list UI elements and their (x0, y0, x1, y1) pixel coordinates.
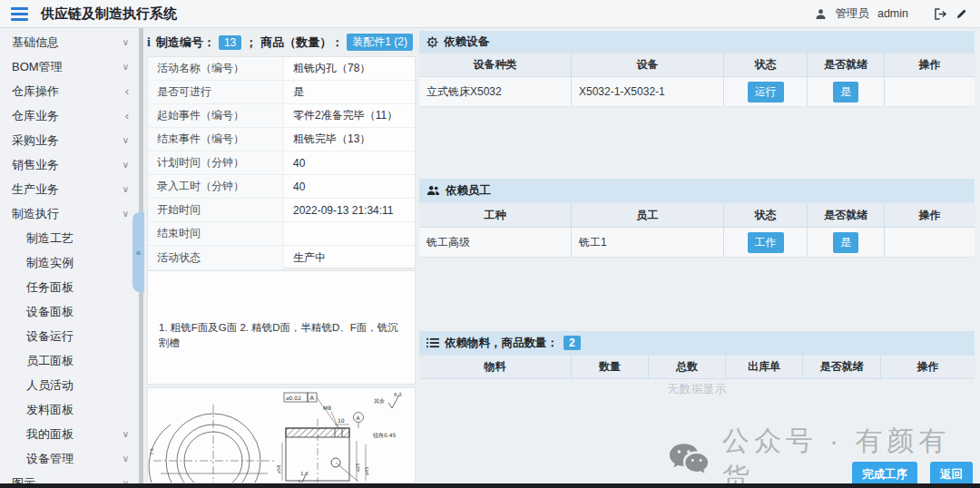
material-section-header: 依赖物料，商品数量： 2 (419, 331, 975, 355)
sidebar-collapse-handle[interactable]: « (132, 212, 144, 292)
user-role[interactable]: 管理员 (835, 6, 869, 22)
col-header: 设备 (572, 54, 724, 76)
employee-section-header: 依赖员工 (419, 179, 975, 202)
col-header: 数量 (572, 356, 649, 378)
logout-icon[interactable] (934, 8, 947, 20)
sidebar-item-label: 销售业务 (12, 157, 59, 173)
sidebar-item-production[interactable]: 生产业务 (0, 177, 139, 201)
separator: ； (245, 34, 257, 51)
sidebar-item-instance[interactable]: 制造实例 (0, 250, 139, 275)
sidebar-item-label: BOM管理 (12, 59, 63, 75)
col-header: 总数 (649, 356, 726, 378)
field-label: 录入工时（分钟） (148, 175, 284, 198)
col-header: 是否就绪 (803, 356, 881, 378)
sidebar-item-warehouse-ops[interactable]: 仓库操作 (0, 79, 139, 103)
drawing-dia-left: ⌀58 (276, 465, 281, 473)
sidebar-item-label: 员工面板 (26, 353, 74, 369)
chevron-down-icon (122, 430, 129, 439)
product-qty-badge: 装配件1 (2) (347, 34, 413, 51)
chevron-down-icon (122, 38, 129, 47)
form-row: 录入工时（分钟）40 (148, 175, 415, 199)
material-qty-badge: 2 (564, 336, 581, 350)
employee-kind-cell: 铣工高级 (419, 228, 572, 257)
sidebar-item-label: 制造工艺 (26, 230, 74, 247)
process-note: 1. 粗铣F面及G面 2. 精铣D面，半精铣D、F面，铣沉割槽 (147, 270, 416, 385)
field-value: 40 (284, 175, 415, 198)
sidebar-item-device-mgmt[interactable]: 设备管理 (0, 446, 139, 471)
drawing-edge-note: 锐角0.45 (372, 432, 397, 439)
sidebar-item-manufacturing-exec[interactable]: 制造执行 (0, 201, 139, 226)
sidebar-item-my-panel[interactable]: 我的面板 (0, 422, 139, 446)
equipment-kind-cell: 立式铣床X5032 (419, 77, 572, 106)
form-row: 是否可进行是 (148, 81, 415, 104)
employee-action-cell (885, 228, 975, 257)
edit-pen-icon[interactable] (956, 8, 967, 20)
col-header: 操作 (881, 356, 975, 378)
status-badge: 工作 (748, 232, 784, 253)
sidebar-item-purchase[interactable]: 采购业务 (0, 128, 139, 152)
employee-table-header: 工种 员工 状态 是否就绪 操作 (419, 202, 975, 228)
equipment-device-cell: X5032-1-X5032-1 (572, 77, 724, 106)
field-label: 开始时间 (148, 199, 284, 221)
sidebar-item-label: 我的面板 (26, 426, 74, 443)
sidebar-item-task-panel[interactable]: 任务面板 (0, 275, 139, 299)
field-label: 结束时间 (148, 222, 284, 245)
sidebar-item-material-panel[interactable]: 发料面板 (0, 397, 139, 422)
form-row: 起始事件（编号）零件2准备完毕（11） (148, 104, 415, 128)
field-value: 粗铣内孔（78） (284, 57, 415, 80)
equipment-section-title: 依赖设备 (444, 34, 489, 50)
col-header: 操作 (885, 54, 975, 76)
sidebar-item-staff-panel[interactable]: 员工面板 (0, 348, 139, 373)
field-value: 零件2准备完毕（11） (284, 104, 415, 127)
form-row: 活动状态生产中 (148, 246, 415, 269)
sidebar-item-label: 基础信息 (12, 34, 59, 51)
col-header: 是否就绪 (808, 54, 885, 76)
user-icon (815, 8, 827, 20)
activity-form: 活动名称（编号）粗铣内孔（78） 是否可进行是 起始事件（编号）零件2准备完毕（… (147, 56, 416, 268)
user-name[interactable]: admin (877, 7, 908, 20)
drawing-thread-label: M8 (323, 405, 331, 411)
drawing-dim-10: 10 (338, 417, 345, 424)
ready-badge: 是 (833, 82, 858, 102)
chevron-down-icon (122, 454, 129, 464)
field-label: 计划时间（分钟） (148, 151, 284, 174)
sidebar-item-label: 设备运行 (26, 328, 74, 345)
ready-badge: 是 (833, 232, 858, 253)
manufacture-no-badge: 13 (219, 35, 241, 50)
field-value: 是 (284, 81, 415, 103)
info-icon: i (147, 35, 151, 50)
chevron-down-icon (122, 210, 129, 219)
sidebar-item-label: 任务面板 (26, 279, 74, 296)
drawing-datum-ref: A (310, 395, 315, 402)
app-title: 供应链及制造执行系统 (41, 5, 177, 23)
sidebar-item-device-run[interactable]: 设备运行 (0, 324, 139, 348)
chevron-down-icon (122, 161, 129, 170)
sidebar: 基础信息 BOM管理 仓库操作 仓库业务 采购业务 销售业务 生产业务 制造执行… (0, 28, 139, 488)
sidebar-item-process[interactable]: 制造工艺 (0, 226, 139, 250)
top-bar: 供应链及制造执行系统 管理员 admin (0, 0, 980, 28)
sidebar-item-label: 设备面板 (26, 304, 74, 320)
sidebar-item-label: 制造实例 (26, 255, 74, 271)
hamburger-menu-icon[interactable] (11, 7, 28, 21)
sidebar-item-sales[interactable]: 销售业务 (0, 152, 139, 177)
sidebar-item-basic-info[interactable]: 基础信息 (0, 30, 139, 54)
field-label: 活动状态 (148, 246, 284, 269)
field-label: 结束事件（编号） (148, 128, 284, 151)
sidebar-item-device-panel[interactable]: 设备面板 (0, 299, 139, 324)
col-header: 是否就绪 (808, 203, 885, 227)
form-row: 活动名称（编号）粗铣内孔（78） (148, 57, 415, 81)
bottom-window-edge (0, 483, 980, 488)
sidebar-item-warehouse-biz[interactable]: 仓库业务 (0, 103, 139, 128)
equipment-action-cell (885, 77, 975, 106)
material-section-title: 依赖物料，商品数量： (445, 336, 558, 351)
no-data-message: 无数据显示 (419, 381, 975, 397)
employee-table-row: 铣工高级 铣工1 工作 是 (419, 228, 975, 258)
material-table-header: 物料 数量 总数 出库单 是否就绪 操作 (419, 355, 975, 379)
sidebar-item-bom[interactable]: BOM管理 (0, 54, 139, 79)
col-header: 出库单 (726, 356, 803, 378)
col-header: 状态 (724, 203, 808, 227)
sidebar-item-label: 仓库操作 (12, 83, 59, 100)
status-badge: 运行 (748, 82, 784, 102)
sidebar-item-personnel-activity[interactable]: 人员活动 (0, 373, 139, 397)
manufacture-info-bar: i 制造编号： 13 ； 商品（数量）： 装配件1 (2) (147, 31, 416, 54)
